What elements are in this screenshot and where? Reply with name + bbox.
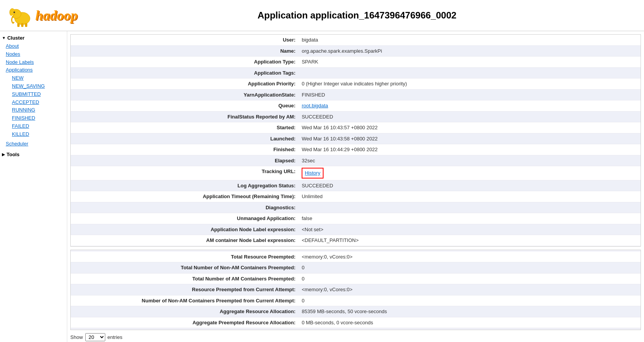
failed-link[interactable]: FAILED <box>12 122 65 130</box>
running-link[interactable]: RUNNING <box>12 106 65 114</box>
elapsed-label: Elapsed: <box>71 155 299 166</box>
diagnostics-value <box>299 202 641 213</box>
timeout-row: Application Timeout (Remaining Time): Un… <box>71 191 641 202</box>
total-non-am-value: 0 <box>299 262 641 274</box>
unmanaged-row: Unmanaged Application: false <box>71 213 641 224</box>
app-info-section: User: bigdata Name: org.apache.spark.exa… <box>70 34 641 247</box>
app-tags-value <box>299 67 641 78</box>
yarn-state-row: YarnApplicationState: FINISHED <box>71 89 641 100</box>
non-am-current-row: Number of Non-AM Containers Preempted fr… <box>71 295 641 306</box>
new-link[interactable]: NEW <box>12 74 65 82</box>
show-label: Show <box>70 334 83 340</box>
entries-section: Show 10 20 50 100 entries Attempt ID ⇕ <box>70 333 641 342</box>
node-label-expr-value: <Not set> <box>299 224 641 235</box>
aggregate-preempted-value: 0 MB-seconds, 0 vcore-seconds <box>299 317 641 328</box>
tools-label: Tools <box>7 152 20 157</box>
final-status-label: FinalStatus Reported by AM: <box>71 111 299 122</box>
app-tags-row: Application Tags: <box>71 67 641 78</box>
am-node-label-row: AM container Node Label expression: <DEF… <box>71 235 641 246</box>
resource-current-value: <memory:0, vCores:0> <box>299 284 641 295</box>
queue-label: Queue: <box>71 100 299 112</box>
killed-link[interactable]: KILLED <box>12 130 65 138</box>
aggregate-preempted-label: Aggregate Preempted Resource Allocation: <box>71 317 299 328</box>
app-type-value: SPARK <box>299 57 641 68</box>
tracking-url-value: History <box>299 166 641 180</box>
app-priority-value: 0 (Higher Integer value indicates higher… <box>299 78 641 90</box>
main-layout: ▼ Cluster About Nodes Node Labels Applic… <box>0 31 644 342</box>
timeout-label: Application Timeout (Remaining Time): <box>71 191 299 202</box>
tracking-url-row: Tracking URL: History <box>71 166 641 180</box>
entries-select[interactable]: 10 20 50 100 <box>85 333 105 341</box>
node-labels-link[interactable]: Node Labels <box>6 58 65 67</box>
svg-rect-6 <box>25 23 27 27</box>
finished-link[interactable]: FINISHED <box>12 114 65 122</box>
total-am-value: 0 <box>299 273 641 284</box>
name-label: Name: <box>71 45 299 57</box>
resource-current-label: Resource Preempted from Current Attempt: <box>71 284 299 295</box>
history-link[interactable]: History <box>305 170 320 176</box>
non-am-current-value: 0 <box>299 295 641 306</box>
user-value: bigdata <box>299 35 641 45</box>
accepted-link[interactable]: ACCEPTED <box>12 98 65 107</box>
diagnostics-row: Diagnostics: <box>71 202 641 213</box>
queue-link[interactable]: root.bigdata <box>302 103 328 108</box>
log-agg-value: SUCCEEDED <box>299 180 641 191</box>
app-priority-row: Application Priority: 0 (Higher Integer … <box>71 78 641 90</box>
launched-label: Launched: <box>71 133 299 144</box>
node-label-expr-label: Application Node Label expression: <box>71 224 299 235</box>
tools-section: ▶ Tools <box>2 152 65 157</box>
launched-row: Launched: Wed Mar 16 10:43:58 +0800 2022 <box>71 133 641 144</box>
hadoop-logo-icon <box>8 4 35 27</box>
about-link[interactable]: About <box>6 42 65 50</box>
svg-point-3 <box>13 12 15 13</box>
hadoop-logo-text: hadoop <box>35 7 78 23</box>
page-title: Application application_1647396476966_00… <box>78 10 636 21</box>
svg-rect-5 <box>21 23 23 27</box>
non-am-current-label: Number of Non-AM Containers Preempted fr… <box>71 295 299 306</box>
yarn-state-value: FINISHED <box>299 89 641 100</box>
total-am-row: Total Number of AM Containers Preempted:… <box>71 273 641 284</box>
cluster-toggle[interactable]: ▼ Cluster <box>2 35 65 41</box>
nodes-link[interactable]: Nodes <box>6 50 65 58</box>
finished-label: Finished: <box>71 144 299 155</box>
finished-row: Finished: Wed Mar 16 10:44:29 +0800 2022 <box>71 144 641 155</box>
total-am-label: Total Number of AM Containers Preempted: <box>71 273 299 284</box>
show-entries-control: Show 10 20 50 100 entries <box>70 333 641 341</box>
submitted-link[interactable]: SUBMITTED <box>12 90 65 98</box>
app-priority-label: Application Priority: <box>71 78 299 90</box>
node-label-expr-row: Application Node Label expression: <Not … <box>71 224 641 235</box>
scheduler-link[interactable]: Scheduler <box>6 140 65 148</box>
app-info-table: User: bigdata Name: org.apache.spark.exa… <box>71 35 641 246</box>
final-status-value: SUCCEEDED <box>299 111 641 122</box>
diagnostics-label: Diagnostics: <box>71 202 299 213</box>
started-row: Started: Wed Mar 16 10:43:57 +0800 2022 <box>71 122 641 133</box>
log-agg-row: Log Aggregation Status: SUCCEEDED <box>71 180 641 191</box>
cluster-arrow-icon: ▼ <box>2 36 6 40</box>
logo-area: hadoop <box>8 4 78 27</box>
total-non-am-row: Total Number of Non-AM Containers Preemp… <box>71 262 641 274</box>
app-tags-label: Application Tags: <box>71 67 299 78</box>
aggregate-row: Aggregate Resource Allocation: 85359 MB-… <box>71 306 641 317</box>
aggregate-value: 85359 MB-seconds, 50 vcore-seconds <box>299 306 641 317</box>
new-saving-link[interactable]: NEW_SAVING <box>12 82 65 90</box>
user-label: User: <box>71 35 299 45</box>
aggregate-preempted-row: Aggregate Preempted Resource Allocation:… <box>71 317 641 328</box>
unmanaged-label: Unmanaged Application: <box>71 213 299 224</box>
resource-current-row: Resource Preempted from Current Attempt:… <box>71 284 641 295</box>
user-row: User: bigdata <box>71 35 641 45</box>
launched-value: Wed Mar 16 10:43:58 +0800 2022 <box>299 133 641 144</box>
applications-link[interactable]: Applications <box>6 66 65 74</box>
name-value: org.apache.spark.examples.SparkPi <box>299 45 641 57</box>
timeout-value: Unlimited <box>299 191 641 202</box>
unmanaged-value: false <box>299 213 641 224</box>
app-type-label: Application Type: <box>71 57 299 68</box>
total-non-am-label: Total Number of Non-AM Containers Preemp… <box>71 262 299 274</box>
resource-table: Total Resource Preempted: <memory:0, vCo… <box>71 252 641 329</box>
total-preempted-value: <memory:0, vCores:0> <box>299 252 641 262</box>
final-status-row: FinalStatus Reported by AM: SUCCEEDED <box>71 111 641 122</box>
svg-rect-4 <box>17 23 20 27</box>
aggregate-label: Aggregate Resource Allocation: <box>71 306 299 317</box>
sidebar: ▼ Cluster About Nodes Node Labels Applic… <box>0 31 67 342</box>
started-label: Started: <box>71 122 299 133</box>
tools-toggle[interactable]: ▶ Tools <box>2 152 65 157</box>
